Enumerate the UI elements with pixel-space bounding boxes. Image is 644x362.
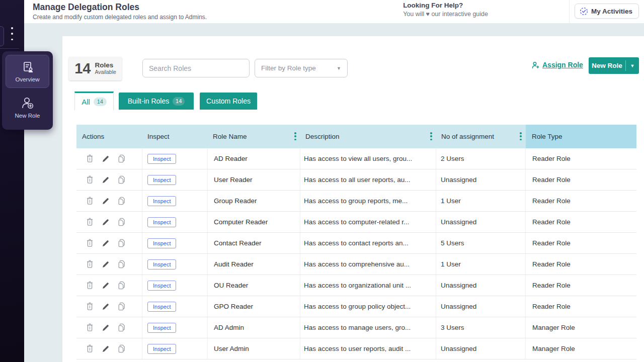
description-cell: Has access to manage users, gro... — [300, 317, 436, 338]
assignment-cell: Unassigned — [436, 275, 526, 296]
table-row: Inspect User Reader Has access to all us… — [76, 169, 636, 191]
inspect-button[interactable]: Inspect — [147, 175, 176, 185]
inspect-button[interactable]: Inspect — [147, 323, 176, 333]
copy-icon[interactable] — [117, 197, 126, 206]
page-subtitle: Create and modify custom delegated roles… — [33, 14, 207, 21]
delete-icon[interactable] — [85, 175, 94, 185]
assign-role-label: Assign Role — [542, 61, 583, 69]
inspect-cell: Inspect — [142, 191, 208, 211]
help-block: Looking For Help? You will ♥ our interac… — [403, 2, 488, 18]
description-cell: Has access to all user reports, au... — [300, 169, 436, 190]
delete-icon[interactable] — [85, 239, 94, 248]
table-row: Inspect User Admin Has access to user re… — [76, 338, 636, 359]
edit-icon[interactable] — [101, 344, 110, 353]
role-name-cell: User Admin — [208, 338, 300, 359]
edit-icon[interactable] — [101, 218, 110, 227]
edit-icon[interactable] — [101, 323, 110, 332]
delete-icon[interactable] — [85, 281, 94, 290]
assignment-cell: Unassigned — [436, 169, 526, 190]
inspect-button[interactable]: Inspect — [147, 344, 176, 354]
copy-icon[interactable] — [117, 239, 126, 248]
column-menu-icon[interactable] — [430, 132, 432, 140]
my-activities-label: My Activities — [591, 8, 632, 15]
header-divider — [569, 0, 570, 23]
delete-icon[interactable] — [85, 323, 94, 332]
inspect-button[interactable]: Inspect — [147, 302, 176, 312]
new-role-button-label: New Role — [589, 62, 625, 69]
tab-custom-label: Custom Roles — [206, 97, 251, 105]
copy-icon[interactable] — [117, 260, 126, 269]
copy-icon[interactable] — [117, 218, 126, 227]
sidebar-item-overview[interactable]: Overview — [6, 55, 49, 88]
delete-icon[interactable] — [85, 154, 94, 163]
column-menu-icon[interactable] — [294, 132, 296, 140]
role-type-cell: Reader Role — [526, 191, 636, 211]
delete-icon[interactable] — [85, 197, 94, 206]
inspect-cell: Inspect — [142, 254, 208, 275]
edit-icon[interactable] — [101, 302, 110, 311]
edit-icon[interactable] — [101, 175, 110, 185]
search-roles-input[interactable] — [142, 59, 250, 77]
assignment-cell: 3 Users — [436, 317, 526, 338]
description-cell: Has access to user reports, audit ... — [300, 338, 436, 359]
actions-cell — [76, 148, 142, 169]
header-role-type: Role Type — [526, 125, 636, 148]
role-type-cell: Reader Role — [526, 148, 636, 169]
column-menu-icon[interactable] — [520, 132, 522, 140]
inspect-button[interactable]: Inspect — [147, 154, 176, 164]
actions-cell — [76, 233, 142, 253]
menu-kebab-icon[interactable] — [10, 27, 14, 40]
table-row: Inspect GPO Reader Has access to group p… — [76, 296, 636, 317]
chevron-down-icon: ▼ — [337, 66, 341, 71]
inspect-button[interactable]: Inspect — [147, 238, 176, 248]
role-type-cell: Reader Role — [526, 233, 636, 253]
roles-table: Actions Inspect Role Name Description No… — [76, 125, 636, 359]
role-type-cell: Reader Role — [526, 296, 636, 317]
tab-builtin-roles[interactable]: Built-in Roles 14 — [119, 93, 194, 110]
edit-icon[interactable] — [101, 281, 110, 290]
inspect-button[interactable]: Inspect — [147, 217, 176, 227]
edit-icon[interactable] — [101, 239, 110, 248]
inspect-button[interactable]: Inspect — [147, 259, 176, 269]
delete-icon[interactable] — [85, 344, 94, 353]
actions-cell — [76, 254, 142, 275]
copy-icon[interactable] — [117, 175, 126, 185]
my-activities-button[interactable]: My Activities — [575, 4, 639, 19]
table-row: Inspect Audit Reader Has access to compr… — [76, 254, 636, 275]
delete-icon[interactable] — [85, 260, 94, 269]
new-role-dropdown-caret[interactable]: ▼ — [626, 63, 639, 68]
role-name-cell: Contact Reader — [208, 233, 300, 253]
delete-icon[interactable] — [85, 302, 94, 311]
tab-all[interactable]: All 14 — [74, 92, 114, 110]
assign-person-icon — [532, 61, 540, 69]
inspect-cell: Inspect — [142, 233, 208, 253]
inspect-cell: Inspect — [142, 338, 208, 359]
delete-icon[interactable] — [85, 218, 94, 227]
copy-icon[interactable] — [117, 344, 126, 353]
filter-role-type-dropdown[interactable]: Filter by Role type ▼ — [255, 59, 348, 77]
header-actions: Actions — [76, 125, 142, 148]
header-assignment: No of assignment — [436, 125, 526, 148]
edit-icon[interactable] — [101, 197, 110, 206]
actions-cell — [76, 338, 142, 359]
description-cell: Has access to group reports, me... — [300, 191, 436, 211]
actions-cell — [76, 169, 142, 190]
tab-builtin-badge: 14 — [173, 97, 185, 106]
assign-role-link[interactable]: Assign Role — [532, 61, 583, 69]
tab-custom-roles[interactable]: Custom Roles — [200, 93, 257, 110]
copy-icon[interactable] — [117, 281, 126, 290]
new-role-button[interactable]: New Role ▼ — [589, 57, 639, 74]
copy-icon[interactable] — [117, 323, 126, 332]
edit-icon[interactable] — [101, 154, 110, 163]
sidebar-item-new-role[interactable]: New Role — [6, 90, 49, 124]
inspect-cell: Inspect — [142, 317, 208, 338]
header-description: Description — [300, 125, 436, 148]
page-title: Manage Delegation Roles — [33, 2, 139, 13]
inspect-button[interactable]: Inspect — [147, 281, 176, 291]
role-name-cell: OU Reader — [208, 275, 300, 296]
edit-icon[interactable] — [101, 260, 110, 269]
copy-icon[interactable] — [117, 302, 126, 311]
inspect-cell: Inspect — [142, 275, 208, 296]
inspect-button[interactable]: Inspect — [147, 196, 176, 206]
copy-icon[interactable] — [117, 154, 126, 163]
